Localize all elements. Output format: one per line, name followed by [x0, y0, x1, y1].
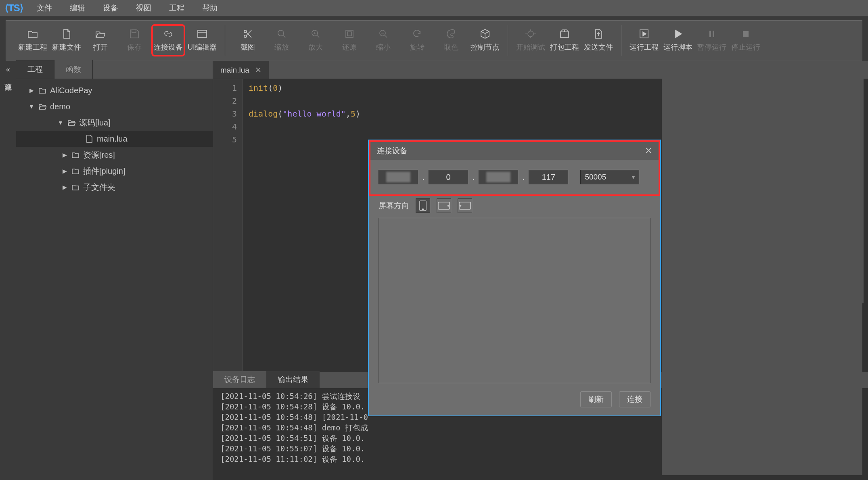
- reset-icon: [344, 29, 355, 39]
- ui-editor-button[interactable]: UI编辑器: [185, 24, 219, 56]
- menu-project[interactable]: 工程: [160, 0, 193, 16]
- orientation-label: 屏幕方向: [379, 200, 409, 211]
- disclosure-icon: ▶: [61, 168, 68, 174]
- zoom-out-button: 缩小: [366, 24, 400, 56]
- menu-view[interactable]: 视图: [127, 0, 160, 16]
- output-tab-device-log[interactable]: 设备日志: [213, 371, 266, 388]
- toolbar-label: 运行工程: [630, 42, 659, 52]
- ip-segment-1[interactable]: [379, 170, 418, 184]
- toolbar-label: 缩小: [376, 42, 391, 52]
- svg-rect-6: [346, 30, 353, 38]
- svg-rect-0: [132, 30, 136, 33]
- new-file-button[interactable]: 新建文件: [50, 24, 84, 56]
- menu-bar: ⟨TS⟩ 文件 编辑 设备 视图 工程 帮助: [0, 0, 868, 16]
- tree-item-label: 子文件夹: [83, 182, 115, 193]
- sidebar: 工程 函数 ▶AliCodePay▼demo▼源码[lua]main.lua▶资…: [16, 61, 213, 480]
- dialog-titlebar[interactable]: 连接设备 ✕: [369, 140, 660, 160]
- pause-button: 暂停运行: [695, 24, 729, 56]
- cube-icon: [480, 29, 490, 39]
- disclosure-icon: ▶: [61, 152, 68, 158]
- disclosure-icon: ▼: [57, 119, 64, 126]
- open-button[interactable]: 打开: [84, 24, 117, 56]
- port-value: 50005: [585, 173, 606, 182]
- right-panel-bottom: [662, 303, 862, 475]
- color-pick-button: 取色: [434, 24, 468, 56]
- connect-device-button[interactable]: 连接设备: [151, 24, 185, 56]
- menu-edit[interactable]: 编辑: [61, 0, 94, 16]
- port-select[interactable]: 50005 ▾: [580, 170, 639, 184]
- send-file-button[interactable]: 发送文件: [581, 24, 615, 56]
- tree-item[interactable]: main.lua: [16, 131, 213, 147]
- ip-segment-3[interactable]: [479, 170, 518, 184]
- svg-point-4: [278, 30, 284, 36]
- rotate-button: 旋转: [400, 24, 434, 56]
- output-tab-result[interactable]: 输出结果: [266, 371, 320, 388]
- reset-button: 还原: [333, 24, 366, 56]
- svg-point-2: [244, 30, 247, 33]
- file-icon: [61, 29, 72, 39]
- svg-rect-14: [743, 31, 749, 37]
- folder-open-icon: [38, 102, 47, 111]
- svg-point-3: [244, 35, 247, 38]
- start-debug-button: 开始调试: [514, 24, 548, 56]
- tree-item[interactable]: ▼demo: [16, 98, 213, 115]
- toolbar: 新建工程新建文件打开保存连接设备UI编辑器截图缩放放大还原缩小旋转取色控制节点开…: [6, 20, 862, 61]
- connect-device-dialog: 连接设备 ✕ . 0 . . 117 50005 ▾ 屏幕方向 刷新 连接: [368, 140, 661, 416]
- tree-item[interactable]: ▼源码[lua]: [16, 115, 213, 131]
- refresh-button[interactable]: 刷新: [580, 391, 612, 407]
- editor-tab-main[interactable]: main.lua ✕: [213, 61, 269, 79]
- ip-segment-4[interactable]: 117: [529, 170, 568, 184]
- menu-help[interactable]: 帮助: [193, 0, 226, 16]
- run-script-button[interactable]: 运行脚本: [661, 24, 695, 56]
- ip-segment-2[interactable]: 0: [429, 170, 468, 184]
- ctrl-node-button[interactable]: 控制节点: [468, 24, 502, 56]
- close-icon[interactable]: ✕: [255, 65, 261, 75]
- menu-device[interactable]: 设备: [94, 0, 127, 16]
- toolbar-label: 打开: [93, 42, 108, 52]
- disclosure-icon: ▼: [28, 103, 35, 110]
- orientation-landscape-right[interactable]: [458, 198, 472, 213]
- svg-rect-12: [709, 31, 711, 37]
- pack-project-button[interactable]: 打包工程: [548, 24, 581, 56]
- toolbar-label: 停止运行: [731, 42, 760, 52]
- upload-icon: [593, 29, 604, 39]
- menu-file[interactable]: 文件: [28, 0, 61, 16]
- sidebar-tab-project[interactable]: 工程: [16, 60, 54, 79]
- orientation-landscape-left[interactable]: [437, 198, 451, 213]
- tree-item[interactable]: ▶子文件夹: [16, 179, 213, 195]
- run-project-button[interactable]: 运行工程: [627, 24, 661, 56]
- folder-icon: [71, 167, 80, 175]
- project-tree: ▶AliCodePay▼demo▼源码[lua]main.lua▶资源[res]…: [16, 79, 213, 480]
- phone-landscape-icon: [459, 202, 471, 210]
- dialog-ip-row: . 0 . . 117 50005 ▾: [369, 160, 660, 196]
- device-list[interactable]: [379, 218, 650, 383]
- toolbar-label: 暂停运行: [697, 42, 726, 52]
- connect-button[interactable]: 连接: [619, 391, 650, 407]
- toolbar-label: 取色: [444, 42, 458, 52]
- app-logo: ⟨TS⟩: [3, 2, 28, 14]
- tree-item-label: demo: [50, 102, 70, 111]
- close-icon[interactable]: ✕: [645, 146, 652, 156]
- palette-icon: [446, 29, 456, 39]
- toolbar-label: 新建工程: [18, 42, 47, 52]
- svg-rect-7: [347, 32, 351, 36]
- folder-icon: [38, 86, 47, 95]
- dialog-title: 连接设备: [377, 146, 408, 156]
- box-icon: [559, 29, 570, 39]
- open-icon: [95, 29, 106, 39]
- toolbar-label: 截图: [241, 42, 255, 52]
- svg-rect-10: [561, 32, 569, 38]
- tree-item[interactable]: ▶资源[res]: [16, 147, 213, 163]
- folder-icon: [27, 29, 38, 39]
- new-project-button[interactable]: 新建工程: [16, 24, 50, 56]
- sidebar-tab-functions[interactable]: 函数: [54, 60, 93, 79]
- sidebar-tabs: 工程 函数: [16, 61, 213, 79]
- toolbar-label: UI编辑器: [188, 42, 217, 52]
- screenshot-button[interactable]: 截图: [231, 24, 265, 56]
- tree-item-label: 资源[res]: [83, 150, 115, 161]
- tree-item[interactable]: ▶插件[plugin]: [16, 163, 213, 179]
- tree-item-label: main.lua: [97, 134, 128, 144]
- sidebar-toggle[interactable]: « 隐藏: [0, 61, 16, 480]
- orientation-portrait[interactable]: [416, 198, 430, 213]
- tree-item[interactable]: ▶AliCodePay: [16, 82, 213, 98]
